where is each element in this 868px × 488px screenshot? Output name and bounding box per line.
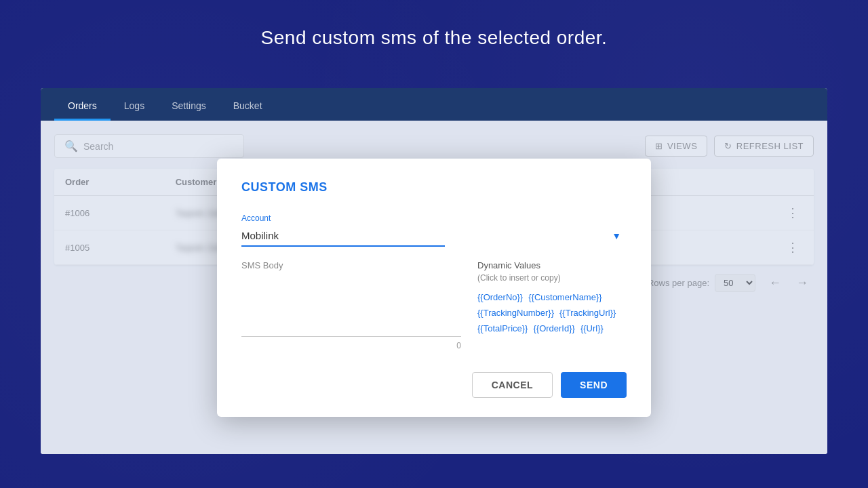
account-select-wrapper: Mobilink ▼ bbox=[241, 226, 627, 247]
dynamic-values-section: Dynamic Values (Click to insert or copy)… bbox=[477, 260, 627, 333]
dynamic-values-title: Dynamic Values bbox=[477, 260, 627, 270]
dynamic-values-tags: {{OrderNo}} {{CustomerName}} {{TrackingN… bbox=[477, 292, 627, 333]
tab-bar: Orders Logs Settings Bucket bbox=[41, 88, 827, 121]
dynamic-values-subtitle: (Click to insert or copy) bbox=[477, 273, 627, 283]
sms-row: SMS Body 0 Dynamic Values (Click to inse… bbox=[241, 260, 627, 350]
chevron-down-icon: ▼ bbox=[612, 230, 621, 241]
account-form-group: Account Mobilink ▼ bbox=[241, 214, 627, 247]
dv-tag-url[interactable]: {{Url}} bbox=[580, 323, 604, 333]
app-container: Orders Logs Settings Bucket 🔍 ⊞ VIEWS ↻ … bbox=[41, 88, 827, 454]
sms-body-section: SMS Body 0 bbox=[241, 260, 461, 350]
custom-sms-modal: CUSTOM SMS Account Mobilink ▼ SMS Body bbox=[217, 159, 651, 417]
tab-bucket[interactable]: Bucket bbox=[220, 92, 276, 121]
tab-settings[interactable]: Settings bbox=[158, 92, 220, 121]
sms-body-textarea[interactable] bbox=[241, 276, 461, 337]
sms-body-label: SMS Body bbox=[241, 260, 461, 270]
account-label: Account bbox=[241, 214, 627, 223]
account-select[interactable]: Mobilink bbox=[241, 226, 445, 247]
content-area: 🔍 ⊞ VIEWS ↻ REFRESH LIST Order Customer … bbox=[41, 121, 827, 454]
char-count: 0 bbox=[241, 341, 461, 350]
dv-tag-customername[interactable]: {{CustomerName}} bbox=[528, 292, 601, 302]
dv-tag-orderno[interactable]: {{OrderNo}} bbox=[477, 292, 523, 302]
dv-tag-totalprice[interactable]: {{TotalPrice}} bbox=[477, 323, 528, 333]
dv-tag-trackingurl[interactable]: {{TrackingUrl}} bbox=[559, 308, 616, 318]
cancel-button[interactable]: CANCEL bbox=[472, 372, 553, 398]
dv-tag-orderid[interactable]: {{OrderId}} bbox=[533, 323, 574, 333]
tab-logs[interactable]: Logs bbox=[111, 92, 158, 121]
modal-title: CUSTOM SMS bbox=[241, 180, 627, 195]
send-button[interactable]: SEND bbox=[561, 372, 627, 398]
modal-backdrop: CUSTOM SMS Account Mobilink ▼ SMS Body bbox=[41, 121, 827, 454]
page-title: Send custom sms of the selected order. bbox=[0, 27, 868, 49]
tab-orders[interactable]: Orders bbox=[54, 92, 111, 121]
modal-footer: CANCEL SEND bbox=[241, 372, 627, 398]
dv-tag-trackingnumber[interactable]: {{TrackingNumber}} bbox=[477, 308, 554, 318]
